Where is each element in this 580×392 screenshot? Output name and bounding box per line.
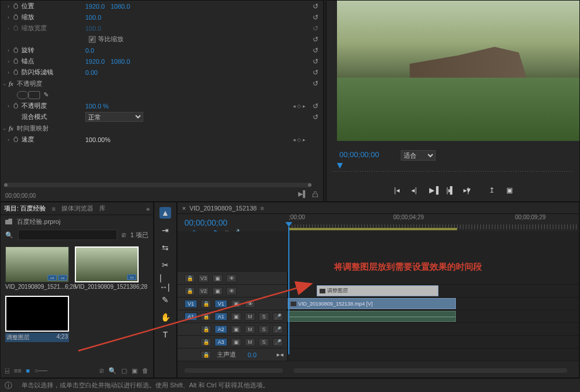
trash-icon[interactable]: 🗑 [142,367,148,375]
track-v1: V1 🔒 V1 ▣ 👁 VID_20190809_152138.mp4 [V] [177,297,579,310]
source-patch-v1[interactable]: V1 [184,300,197,308]
prop-blend-mode[interactable]: 混合模式 正常 ↺ [1,111,323,122]
toggle-output-icon[interactable]: ▣ [212,274,223,282]
work-area[interactable] [289,228,457,230]
rect-mask-icon[interactable] [28,91,40,99]
track-scrollbar[interactable] [184,368,283,373]
pen-mask-icon[interactable]: ✎ [44,91,49,99]
filter-icon[interactable]: ⎚ [122,231,126,238]
overflow-icon[interactable]: » [146,205,150,212]
source-patch-a1[interactable]: A1 [184,313,197,321]
zoom-select[interactable]: 适合 [401,150,436,161]
new-bin-icon[interactable]: ▢ [121,367,127,375]
fx-icon: fx [9,80,13,87]
new-item-icon[interactable]: ▣ [132,367,137,375]
clip-adjustment-layer[interactable]: 调整图层 [317,285,438,296]
export-frame-icon[interactable]: ▣ [504,185,514,195]
step-back-icon[interactable]: ◂| [409,185,419,195]
track-v2: 🔒 V2 ▣ 👁 调整图层 [177,285,579,297]
track-a1: A1 🔒 A1 ▣ M S 🎤 [177,310,579,323]
section-opacity[interactable]: ⌵ fx 不透明度 ↺ [1,78,323,89]
slip-tool[interactable]: |↔| [160,277,171,288]
scrubber[interactable] [332,163,574,175]
prop-speed[interactable]: ›Ŏ 速度 100.00% ◂ ◇ ▸ [1,134,323,145]
project-item[interactable]: ▭▭ VID_20190809_1521...6;28 [5,246,69,290]
effect-controls-panel: › Ŏ 位置 1920.01080.0 ↺ ›Ŏ 缩放 100.0 ↺ ›Ŏ 缩… [0,0,324,202]
track-a3: 🔒 A3 ▣ M S 🎤 [177,336,579,349]
stopwatch-icon[interactable]: Ŏ [13,3,21,10]
section-time-remap[interactable]: ⌵ fx 时间重映射 [1,122,323,134]
value-x[interactable]: 1920.01080.0 [85,3,136,10]
timeline-panel: × VID_20190809_152138 ≡ 00;00;00;00 ✱ ∩ … [177,202,579,378]
expand-arrow[interactable]: › [8,3,13,9]
mark-in-icon[interactable]: ▐ [431,185,441,195]
transport-controls: ▐ ▌ ▼ |◂ ◂| ▶ |▸ ▸| ↥ ▣ [327,185,579,195]
program-timecode[interactable]: 00;00;00;00 [339,150,379,159]
lock-icon[interactable]: 🔒 [184,274,195,282]
prop-scale-width: ›Ŏ 缩放宽度 100.0 ↺ [1,23,323,34]
goto-in-icon[interactable]: |◂ [392,185,402,195]
type-tool[interactable]: T [160,329,171,340]
ellipse-mask-icon[interactable] [17,91,28,99]
project-items: ▭▭ VID_20190809_1521...6;28 ▭ VID_201908… [1,242,153,347]
clip-audio[interactable] [288,311,456,322]
search-icon[interactable]: 🔍 [5,231,13,239]
program-monitor: 00;00;00;00 适合 ▐ ▌ ▼ |◂ ◂| ▶ |▸ ▸| ↥ ▣ [326,0,580,202]
search-input[interactable] [18,230,117,240]
sequence-tab[interactable]: × VID_20190809_152138 ≡ [177,202,579,214]
prop-opacity[interactable]: ›Ŏ 不透明度 100.0 % ◂ ◇ ▸ ↺ [1,100,323,111]
clip-video[interactable]: VID_20190809_152138.mp4 [V] [288,298,456,309]
info-icon[interactable]: ⓘ [5,380,12,391]
playhead-icon[interactable] [337,163,343,169]
tab-project[interactable]: 项目: 百度经验 [4,204,46,213]
razor-tool[interactable]: ✂ [160,259,171,271]
icon-view-icon[interactable]: ≡≡ [14,367,21,374]
mask-icons: ✎ [1,89,323,100]
marker-icon[interactable]: ▼ [463,185,474,195]
zoom-slider[interactable]: ○── [35,367,48,374]
prop-rotation[interactable]: ›Ŏ 旋转 0.0 ↺ [1,45,323,56]
eye-icon[interactable]: 👁 [226,274,237,282]
track-master: 🔒 主声道 0.0 ▸◂ [177,349,579,361]
prop-uniform-scale[interactable]: ✓ 等比缩放 ↺ [1,34,323,45]
timecode[interactable]: 00;00;00;00 [5,193,36,199]
track-select-tool[interactable]: ⇥ [160,224,171,236]
zoom-icon[interactable]: ▶▌ [298,190,307,199]
reset-icon[interactable]: ↺ [313,2,318,10]
scrollbar[interactable] [4,183,311,187]
prop-anchor[interactable]: ›Ŏ 锚点 1920.01080.0 ↺ [1,56,323,67]
timeline-scrollbar[interactable] [293,368,567,373]
checkbox-icon[interactable]: ✓ [89,36,96,43]
pen-tool[interactable]: ✎ [160,294,171,306]
project-tabs: 项目: 百度经验≡ 媒体浏览器 库 » [1,202,153,215]
project-search-row: 🔍 ⎚ 1 项已 [1,228,153,242]
keyframe-nav[interactable]: ◂ ◇ ▸ [293,103,306,109]
lift-icon[interactable]: ↥ [487,185,497,195]
playhead[interactable] [288,227,289,354]
project-item-adjustment[interactable]: 调整图层4;23 [5,296,69,342]
prop-position[interactable]: › Ŏ 位置 1920.01080.0 ↺ [1,1,323,12]
tab-media-browser[interactable]: 媒体浏览器 [61,204,93,213]
project-breadcrumb[interactable]: 百度经验.prproj [1,215,153,228]
ripple-edit-tool[interactable]: ⇆ [160,242,171,253]
freeform-view-icon[interactable]: ■ [26,367,30,374]
expand-icon[interactable]: 凸 [312,190,318,199]
project-item[interactable]: ▭ VID_20190809_1521386;28 [75,246,139,290]
video-preview[interactable] [337,1,579,141]
list-view-icon[interactable]: ⌸ [5,367,9,374]
prop-scale[interactable]: ›Ŏ 缩放 100.0 ↺ [1,12,323,23]
hand-tool[interactable]: ✋ [160,311,171,323]
selection-tool[interactable]: ▲ [160,207,171,219]
blend-mode-select[interactable]: 正常 [85,112,143,122]
meter-icon[interactable]: ▸◂ [277,351,284,358]
timeline-timecode[interactable]: 00;00;00;00 [184,218,227,227]
mic-icon[interactable]: 🎤 [273,313,283,321]
auto-sequence-icon[interactable]: ⎚ [100,367,104,375]
mark-out-icon[interactable]: ▌ [447,185,458,195]
bin-icon [5,219,12,224]
prop-antiflicker[interactable]: ›Ŏ 防闪烁滤镜 0.00 ↺ [1,67,323,78]
find-icon[interactable]: 🔍 [108,367,117,375]
status-bar: ⓘ 单击以选择，或单击空白处并拖动以进行框选。使用 Shift、Alt 和 Ct… [0,378,580,392]
close-tab-icon[interactable]: × [182,205,186,212]
tab-libraries[interactable]: 库 [99,204,106,213]
